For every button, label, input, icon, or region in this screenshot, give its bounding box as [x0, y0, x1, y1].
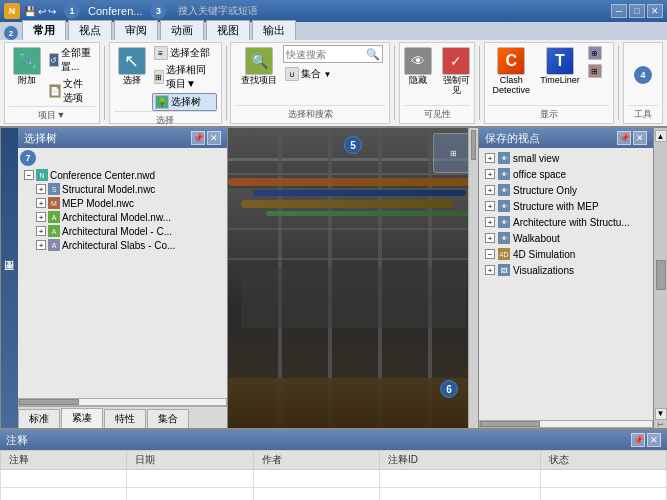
- tree-item-arch1[interactable]: + A Architectural Model.nw...: [34, 210, 225, 224]
- panel-pin-button[interactable]: 📌: [191, 131, 205, 145]
- annotations-pin[interactable]: 📌: [631, 433, 645, 447]
- tree-tab-bar: 标准 紧凑 特性 集合: [18, 406, 227, 428]
- ribbon-group-find: 🔍 查找项目 🔍 ∪ 集合 ▼ 选择和搜索: [230, 42, 390, 124]
- tree-expand-conference[interactable]: −: [24, 170, 34, 180]
- beam-h2: [228, 173, 478, 175]
- find-items-button[interactable]: 🔍 查找项目: [237, 45, 281, 88]
- refresh-button[interactable]: ↺ 全部重置...: [47, 45, 95, 75]
- annotation-row-2[interactable]: [1, 488, 667, 501]
- expand-small[interactable]: +: [485, 153, 495, 163]
- select-icon: ↖: [118, 47, 146, 75]
- grid-2: [228, 258, 478, 260]
- label-small: small view: [513, 153, 559, 164]
- view-item-walkabout[interactable]: + 👁 Walkabout: [481, 230, 651, 246]
- command-search[interactable]: 搜入关键字或短语: [178, 4, 258, 18]
- tab-viewpoint[interactable]: 视点: [68, 20, 112, 40]
- tree-expand-slabs[interactable]: +: [36, 240, 46, 250]
- view-item-office[interactable]: + 👁 office space: [481, 166, 651, 182]
- tab-output[interactable]: 输出: [252, 20, 296, 40]
- close-button[interactable]: ✕: [647, 4, 663, 18]
- selection-tree-panel: 选择树 📌 ✕ 7 − N Conference Center.nwd + S …: [18, 128, 228, 428]
- tree-scroll-thumb-h[interactable]: [19, 399, 79, 405]
- right-scroll-thumb[interactable]: [656, 260, 666, 290]
- saved-views-scroll-track-h[interactable]: [479, 420, 653, 428]
- tree-label-structural: Structural Model.nwc: [62, 184, 155, 195]
- selection-tree-button[interactable]: 🌳 选择树: [152, 93, 217, 111]
- minimize-button[interactable]: ─: [611, 4, 627, 18]
- tree-expand-arch2[interactable]: +: [36, 226, 46, 236]
- tab-review[interactable]: 审阅: [114, 20, 158, 40]
- annotation-row-1[interactable]: [1, 470, 667, 488]
- expand-visualizations[interactable]: +: [485, 265, 495, 275]
- quick-search-input[interactable]: [286, 49, 366, 60]
- extra-icon-2: ⊞: [588, 64, 602, 78]
- select-buttons: ↖ 选择 ≡ 选择全部 ⊞ 选择相同项目▼ 🌳 选择树: [114, 45, 217, 111]
- select-button[interactable]: ↖ 选择: [114, 45, 150, 88]
- expand-structure-only[interactable]: +: [485, 185, 495, 195]
- saved-views-scroll-thumb-h[interactable]: [480, 421, 540, 427]
- force-visible-button[interactable]: ✓ 强制可见: [438, 45, 474, 98]
- tab-view[interactable]: 视图: [206, 20, 250, 40]
- viewport-scrollbar-v[interactable]: [468, 128, 478, 428]
- tab-animation[interactable]: 动画: [160, 20, 204, 40]
- tree-item-arch2[interactable]: + A Architectural Model - C...: [34, 224, 225, 238]
- hide-button[interactable]: 👁 隐藏: [400, 45, 436, 88]
- saved-views-close[interactable]: ✕: [633, 131, 647, 145]
- tree-scrollbar-h[interactable]: [18, 398, 227, 406]
- tab-compact[interactable]: 紧凑: [61, 408, 103, 428]
- expand-structure-mep[interactable]: +: [485, 201, 495, 211]
- nav-cube[interactable]: ⊞: [433, 133, 473, 173]
- saved-views-list: + 👁 small view + 👁 office space + 👁 Stru…: [479, 148, 653, 420]
- view-item-4dsim[interactable]: − 4D 4D Simulation: [481, 246, 651, 262]
- viewport-scroll-thumb-v[interactable]: [471, 130, 476, 160]
- viewport[interactable]: 5 6 ⊞: [228, 128, 478, 428]
- title-bar-left: N 💾 ↩ ↪ 1 Conferen... 3 搜入关键字或短语: [4, 3, 258, 19]
- right-scroll-up[interactable]: ▲: [655, 130, 667, 142]
- tree-scroll-track-h[interactable]: [18, 398, 227, 406]
- timeliner-button[interactable]: T TimeLiner: [536, 45, 584, 88]
- select-all-button[interactable]: ≡ 选择全部: [152, 45, 217, 61]
- tree-item-conference[interactable]: − N Conference Center.nwd: [22, 168, 225, 182]
- tree-item-slabs[interactable]: + A Architectural Slabs - Co...: [34, 238, 225, 252]
- tree-label-mep: MEP Model.nwc: [62, 198, 134, 209]
- tab-sets[interactable]: 集合: [147, 409, 189, 428]
- extra-tool-2[interactable]: ⊞: [586, 63, 610, 79]
- quick-search-box[interactable]: 🔍: [283, 45, 383, 63]
- tab-common[interactable]: 常用: [22, 20, 66, 40]
- view-item-visualizations[interactable]: + 🖼 Visualizations: [481, 262, 651, 278]
- view-item-structure-only[interactable]: + 👁 Structure Only: [481, 182, 651, 198]
- viewport-3d[interactable]: 5 6 ⊞: [228, 128, 478, 428]
- clash-detective-button[interactable]: C ClashDetective: [489, 45, 535, 98]
- tree-item-mep[interactable]: + M MEP Model.nwc: [34, 196, 225, 210]
- clash-detective-icon: C: [497, 47, 525, 75]
- panel-close-button[interactable]: ✕: [207, 131, 221, 145]
- extra-tool-1[interactable]: ⊕: [586, 45, 610, 61]
- saved-views-scrollbar-h[interactable]: [479, 420, 653, 428]
- file-options-button[interactable]: 📄 文件选项: [47, 76, 95, 106]
- maximize-button[interactable]: □: [629, 4, 645, 18]
- select-similar-button[interactable]: ⊞ 选择相同项目▼: [152, 62, 217, 92]
- tree-icon-structural: S: [48, 183, 60, 195]
- tree-expand-arch1[interactable]: +: [36, 212, 46, 222]
- expand-4dsim[interactable]: −: [485, 249, 495, 259]
- view-item-arch-structure[interactable]: + 👁 Architecture with Structu...: [481, 214, 651, 230]
- tree-expand-mep[interactable]: +: [36, 198, 46, 208]
- right-scroll-down[interactable]: ▼: [655, 408, 667, 420]
- expand-walkabout[interactable]: +: [485, 233, 495, 243]
- attach-button[interactable]: 📎 附加: [9, 45, 45, 88]
- sets-button[interactable]: ∪ 集合 ▼: [283, 66, 383, 82]
- view-item-structure-mep[interactable]: + 👁 Structure with MEP: [481, 198, 651, 214]
- tree-item-structural[interactable]: + S Structural Model.nwc: [34, 182, 225, 196]
- tab-standard[interactable]: 标准: [18, 409, 60, 428]
- expand-arch-structure[interactable]: +: [485, 217, 495, 227]
- tree-icon-slabs: A: [48, 239, 60, 251]
- ribbon-group-visibility: 👁 隐藏 ✓ 强制可见 可见性: [399, 42, 475, 124]
- saved-views-pin[interactable]: 📌: [617, 131, 631, 145]
- tree-expand-structural[interactable]: +: [36, 184, 46, 194]
- view-item-small[interactable]: + 👁 small view: [481, 150, 651, 166]
- expand-office[interactable]: +: [485, 169, 495, 179]
- tools-num: 4: [634, 45, 652, 105]
- label-walkabout: Walkabout: [513, 233, 560, 244]
- annotations-close[interactable]: ✕: [647, 433, 661, 447]
- tab-properties[interactable]: 特性: [104, 409, 146, 428]
